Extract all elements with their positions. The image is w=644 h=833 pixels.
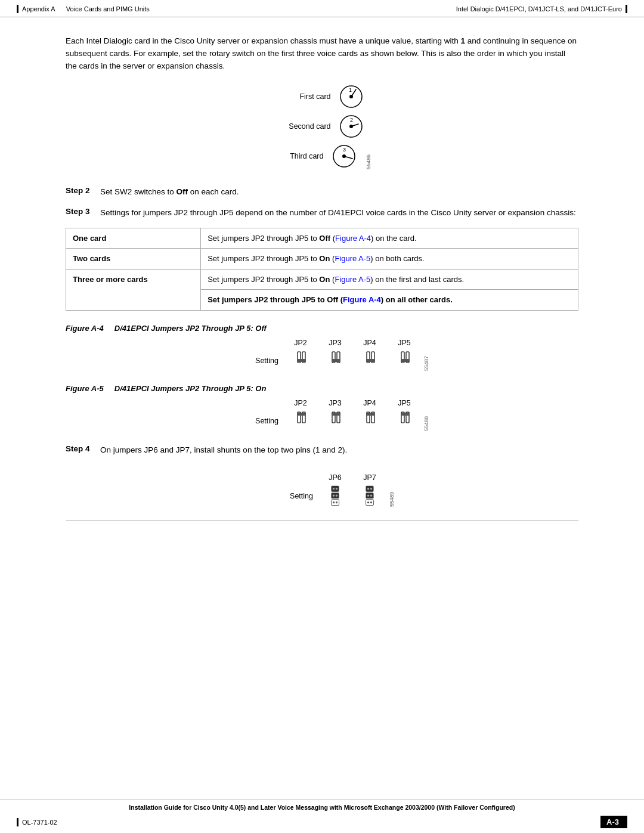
svg-text:2: 2 bbox=[350, 117, 353, 123]
step2-content: Set SW2 switches to Off on each card. bbox=[100, 186, 578, 199]
jp67-icons: Setting bbox=[285, 485, 387, 507]
table-cell-one-card-value: Set jumpers JP2 through JP5 to Off (Figu… bbox=[201, 228, 578, 249]
header-section-label: Voice Cards and PIMG Units bbox=[66, 5, 150, 13]
table-cell-three-cards-value-1: Set jumpers JP2 through JP5 to On (Figur… bbox=[201, 269, 578, 290]
table-cell-one-card-label: One card bbox=[66, 228, 201, 249]
footer-doc-number: OL-7371-02 bbox=[22, 819, 57, 826]
table-cell-two-cards-value: Set jumpers JP2 through JP5 to On (Figur… bbox=[201, 249, 578, 270]
jp5-icon-a5 bbox=[387, 411, 422, 431]
svg-point-51 bbox=[370, 494, 372, 496]
section-divider bbox=[66, 520, 578, 521]
svg-rect-20 bbox=[366, 359, 375, 362]
header-doc-title: Intel Dialogic D/41EPCI, D/41JCT-LS, and… bbox=[456, 5, 622, 13]
footer-top-text: Installation Guide for Cisco Unity 4.0(5… bbox=[129, 804, 515, 811]
setting-label-a4: Setting bbox=[250, 357, 283, 365]
figure-a5-labels: JP2 JP3 JP4 JP5 bbox=[283, 399, 422, 407]
figure-a4-link-1[interactable]: Figure A-4 bbox=[335, 234, 371, 243]
svg-rect-38 bbox=[331, 499, 339, 505]
table-row-three-cards: Three or more cards Set jumpers JP2 thro… bbox=[66, 269, 578, 290]
svg-point-52 bbox=[367, 501, 369, 503]
table-cell-two-cards-label: Two cards bbox=[66, 249, 201, 270]
figure-a5-title: Figure A-5 D/41EPCI Jumpers JP2 Through … bbox=[66, 384, 578, 393]
figure-a4: Figure A-4 D/41EPCI Jumpers JP2 Through … bbox=[66, 324, 578, 371]
figure-a5-link-1[interactable]: Figure A-5 bbox=[335, 254, 370, 263]
svg-rect-35 bbox=[401, 413, 410, 416]
svg-rect-14 bbox=[297, 359, 306, 362]
footer-bottom: OL-7371-02 A-3 bbox=[0, 813, 644, 833]
svg-point-50 bbox=[367, 494, 369, 496]
jumper-icons-a5: Setting bbox=[250, 411, 422, 431]
svg-point-53 bbox=[370, 501, 372, 503]
jp5-label-a5: JP5 bbox=[387, 399, 422, 407]
jp4-icon-a4 bbox=[352, 351, 387, 371]
figure-a5-link-2[interactable]: Figure A-5 bbox=[335, 275, 370, 284]
jp4-icon-a5 bbox=[352, 411, 387, 431]
footer-page-badge: A-3 bbox=[600, 816, 627, 828]
svg-line-2 bbox=[351, 89, 356, 97]
jp2-icon-a5 bbox=[283, 411, 318, 431]
main-content: Each Intel Dialogic card in the Cisco Un… bbox=[0, 17, 644, 538]
settings-table: One card Set jumpers JP2 through JP5 to … bbox=[66, 228, 578, 311]
step4-block: Step 4 On jumpers JP6 and JP7, install s… bbox=[66, 444, 578, 457]
setting-label-jp67: Setting bbox=[285, 492, 318, 500]
card-diagram: First card 1 Second card 2 bbox=[66, 83, 578, 173]
svg-point-48 bbox=[367, 488, 369, 490]
svg-rect-45 bbox=[366, 485, 373, 491]
svg-rect-26 bbox=[297, 413, 306, 416]
fig-number-jp67: 55489 bbox=[389, 491, 395, 507]
card-row-2: Second card 2 bbox=[280, 113, 364, 140]
figure-a4-link-2[interactable]: Figure A-4 bbox=[343, 295, 381, 304]
footer-left-bar bbox=[17, 818, 18, 826]
step2-label: Step 2 bbox=[66, 186, 94, 195]
header-right-bar bbox=[626, 5, 627, 13]
jp5-label-a4: JP5 bbox=[387, 339, 422, 347]
figure-a5-icons-row: Setting bbox=[250, 411, 429, 431]
footer-bottom-left: OL-7371-02 bbox=[17, 818, 57, 826]
jp4-label-a4: JP4 bbox=[352, 339, 387, 347]
svg-point-43 bbox=[333, 501, 335, 503]
footer-top: Installation Guide for Cisco Unity 4.0(5… bbox=[0, 800, 644, 813]
card-label-3: Third card bbox=[273, 152, 324, 160]
svg-point-40 bbox=[336, 488, 338, 490]
jp67-labels: JP6 JP7 bbox=[318, 473, 387, 482]
figure-a4-title: Figure A-4 D/41EPCI Jumpers JP2 Through … bbox=[66, 324, 578, 333]
table-row-one-card: One card Set jumpers JP2 through JP5 to … bbox=[66, 228, 578, 249]
card-label-2: Second card bbox=[280, 122, 331, 131]
fig-number-cards: 55486 bbox=[366, 153, 371, 169]
svg-point-39 bbox=[333, 488, 335, 490]
setting-label-a5: Setting bbox=[250, 417, 283, 425]
intro-paragraph: Each Intel Dialogic card in the Cisco Un… bbox=[66, 35, 578, 73]
jp3-label-a5: JP3 bbox=[318, 399, 352, 407]
svg-point-49 bbox=[370, 488, 372, 490]
figure-a4-content: JP2 JP3 JP4 JP5 Setting bbox=[66, 339, 578, 371]
step4-label: Step 4 bbox=[66, 444, 94, 453]
table-row-two-cards: Two cards Set jumpers JP2 through JP5 to… bbox=[66, 249, 578, 270]
jp67-diagram: JP6 JP7 Setting bbox=[285, 473, 395, 507]
jp3-icon-a5 bbox=[318, 411, 352, 431]
figure-jp67-content: JP6 JP7 Setting bbox=[66, 467, 578, 507]
svg-rect-29 bbox=[332, 413, 340, 416]
table-cell-three-cards-value-2: Set jumpers JP2 through JP5 to Off (Figu… bbox=[201, 290, 578, 311]
svg-rect-46 bbox=[366, 493, 373, 498]
jp3-label-a4: JP3 bbox=[318, 339, 352, 347]
fig-number-a4: 55487 bbox=[423, 355, 429, 371]
figure-a4-diagram: JP2 JP3 JP4 JP5 Setting bbox=[250, 339, 429, 371]
jp67-icons-row: Setting bbox=[285, 485, 395, 507]
page-header: Appendix A Voice Cards and PIMG Units In… bbox=[0, 0, 644, 17]
jp7-icon bbox=[352, 485, 387, 507]
jp3-icon-a4 bbox=[318, 351, 352, 371]
figure-a5-content: JP2 JP3 JP4 JP5 Setting bbox=[66, 399, 578, 431]
figure-a4-labels: JP2 JP3 JP4 JP5 bbox=[283, 339, 422, 347]
jp2-label-a5: JP2 bbox=[283, 399, 318, 407]
header-left-bar bbox=[17, 5, 18, 13]
svg-rect-37 bbox=[331, 493, 339, 498]
jp2-label-a4: JP2 bbox=[283, 339, 318, 347]
svg-rect-32 bbox=[366, 413, 375, 416]
svg-text:3: 3 bbox=[343, 147, 346, 153]
figure-a4-icons-row: Setting bbox=[250, 351, 429, 371]
step3-content: Settings for jumpers JP2 through JP5 dep… bbox=[100, 207, 578, 219]
svg-rect-47 bbox=[366, 499, 373, 505]
figure-a5: Figure A-5 D/41EPCI Jumpers JP2 Through … bbox=[66, 384, 578, 431]
header-appendix-label: Appendix A bbox=[22, 5, 55, 13]
svg-point-41 bbox=[333, 494, 335, 496]
